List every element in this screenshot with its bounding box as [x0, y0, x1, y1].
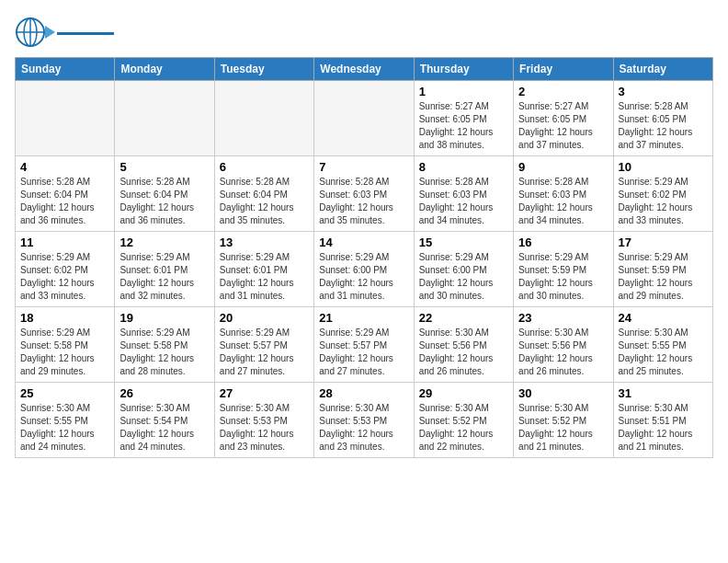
day-number: 23	[518, 311, 608, 325]
calendar-cell: 15 Sunrise: 5:29 AM Sunset: 6:00 PM Dayl…	[414, 232, 513, 307]
calendar-week-row: 4 Sunrise: 5:28 AM Sunset: 6:04 PM Dayli…	[16, 156, 713, 232]
day-info: Sunrise: 5:29 AM Sunset: 5:59 PM Dayligh…	[619, 251, 708, 303]
day-info: Sunrise: 5:29 AM Sunset: 6:00 PM Dayligh…	[419, 251, 508, 303]
day-info: Sunrise: 5:30 AM Sunset: 5:51 PM Dayligh…	[619, 402, 708, 454]
col-header-thursday: Thursday	[414, 58, 513, 81]
calendar-cell: 9 Sunrise: 5:28 AM Sunset: 6:03 PM Dayli…	[514, 156, 613, 232]
col-header-wednesday: Wednesday	[314, 58, 414, 81]
day-number: 9	[518, 160, 608, 174]
calendar-cell: 5 Sunrise: 5:28 AM Sunset: 6:04 PM Dayli…	[115, 156, 214, 232]
day-info: Sunrise: 5:30 AM Sunset: 5:55 PM Dayligh…	[619, 327, 708, 378]
calendar-cell: 6 Sunrise: 5:28 AM Sunset: 6:04 PM Dayli…	[214, 156, 313, 232]
calendar-cell: 4 Sunrise: 5:28 AM Sunset: 6:04 PM Dayli…	[16, 156, 115, 232]
calendar-cell: 19 Sunrise: 5:29 AM Sunset: 5:58 PM Dayl…	[115, 307, 214, 383]
day-info: Sunrise: 5:30 AM Sunset: 5:52 PM Dayligh…	[419, 402, 508, 454]
calendar-cell: 8 Sunrise: 5:28 AM Sunset: 6:03 PM Dayli…	[414, 156, 513, 232]
calendar-cell: 26 Sunrise: 5:30 AM Sunset: 5:54 PM Dayl…	[115, 383, 214, 458]
calendar-week-row: 11 Sunrise: 5:29 AM Sunset: 6:02 PM Dayl…	[16, 232, 713, 307]
day-number: 6	[220, 160, 309, 174]
calendar-table: SundayMondayTuesdayWednesdayThursdayFrid…	[15, 57, 713, 458]
day-info: Sunrise: 5:27 AM Sunset: 6:05 PM Dayligh…	[419, 100, 508, 152]
day-number: 17	[619, 236, 708, 249]
calendar-week-row: 18 Sunrise: 5:29 AM Sunset: 5:58 PM Dayl…	[16, 307, 713, 383]
day-number: 15	[419, 236, 508, 249]
calendar-cell: 30 Sunrise: 5:30 AM Sunset: 5:52 PM Dayl…	[514, 383, 613, 458]
svg-marker-4	[45, 26, 55, 39]
day-info: Sunrise: 5:30 AM Sunset: 5:52 PM Dayligh…	[518, 402, 608, 454]
day-number: 18	[20, 311, 109, 325]
calendar-header-row: SundayMondayTuesdayWednesdayThursdayFrid…	[16, 58, 713, 81]
day-info: Sunrise: 5:30 AM Sunset: 5:56 PM Dayligh…	[419, 327, 508, 378]
day-info: Sunrise: 5:29 AM Sunset: 6:01 PM Dayligh…	[119, 251, 209, 303]
calendar-cell: 3 Sunrise: 5:28 AM Sunset: 6:05 PM Dayli…	[613, 81, 712, 156]
day-info: Sunrise: 5:29 AM Sunset: 5:58 PM Dayligh…	[20, 327, 109, 378]
day-info: Sunrise: 5:28 AM Sunset: 6:03 PM Dayligh…	[319, 176, 408, 227]
calendar-cell: 18 Sunrise: 5:29 AM Sunset: 5:58 PM Dayl…	[16, 307, 115, 383]
calendar-cell: 12 Sunrise: 5:29 AM Sunset: 6:01 PM Dayl…	[115, 232, 214, 307]
day-number: 13	[220, 236, 309, 249]
day-number: 1	[419, 85, 508, 98]
day-number: 2	[518, 85, 608, 98]
day-number: 29	[419, 386, 508, 400]
calendar-cell	[314, 81, 414, 156]
day-info: Sunrise: 5:29 AM Sunset: 5:57 PM Dayligh…	[220, 327, 309, 378]
calendar-cell: 22 Sunrise: 5:30 AM Sunset: 5:56 PM Dayl…	[414, 307, 513, 383]
calendar-cell: 7 Sunrise: 5:28 AM Sunset: 6:03 PM Dayli…	[314, 156, 414, 232]
calendar-cell: 24 Sunrise: 5:30 AM Sunset: 5:55 PM Dayl…	[613, 307, 712, 383]
logo-icon	[15, 15, 55, 50]
day-number: 20	[220, 311, 309, 325]
calendar-cell: 13 Sunrise: 5:29 AM Sunset: 6:01 PM Dayl…	[214, 232, 313, 307]
calendar-week-row: 1 Sunrise: 5:27 AM Sunset: 6:05 PM Dayli…	[16, 81, 713, 156]
day-number: 5	[119, 160, 209, 174]
day-info: Sunrise: 5:28 AM Sunset: 6:05 PM Dayligh…	[619, 100, 708, 152]
day-info: Sunrise: 5:29 AM Sunset: 6:02 PM Dayligh…	[619, 176, 708, 227]
day-number: 4	[20, 160, 109, 174]
day-number: 21	[319, 311, 408, 325]
calendar-cell	[115, 81, 214, 156]
day-info: Sunrise: 5:30 AM Sunset: 5:53 PM Dayligh…	[220, 402, 309, 454]
day-number: 30	[518, 386, 608, 400]
day-number: 14	[319, 236, 408, 249]
day-number: 19	[119, 311, 209, 325]
calendar-cell: 27 Sunrise: 5:30 AM Sunset: 5:53 PM Dayl…	[214, 383, 313, 458]
day-number: 7	[319, 160, 408, 174]
calendar-cell	[214, 81, 313, 156]
page-header	[15, 15, 713, 50]
day-info: Sunrise: 5:27 AM Sunset: 6:05 PM Dayligh…	[518, 100, 608, 152]
day-info: Sunrise: 5:28 AM Sunset: 6:04 PM Dayligh…	[220, 176, 309, 227]
day-info: Sunrise: 5:28 AM Sunset: 6:04 PM Dayligh…	[119, 176, 209, 227]
day-info: Sunrise: 5:29 AM Sunset: 5:58 PM Dayligh…	[119, 327, 209, 378]
day-info: Sunrise: 5:29 AM Sunset: 5:59 PM Dayligh…	[518, 251, 608, 303]
day-number: 24	[619, 311, 708, 325]
calendar-cell: 20 Sunrise: 5:29 AM Sunset: 5:57 PM Dayl…	[214, 307, 313, 383]
calendar-cell	[16, 81, 115, 156]
day-number: 22	[419, 311, 508, 325]
day-number: 12	[119, 236, 209, 249]
calendar-cell: 2 Sunrise: 5:27 AM Sunset: 6:05 PM Dayli…	[514, 81, 613, 156]
calendar-cell: 16 Sunrise: 5:29 AM Sunset: 5:59 PM Dayl…	[514, 232, 613, 307]
day-number: 28	[319, 386, 408, 400]
col-header-friday: Friday	[514, 58, 613, 81]
calendar-cell: 29 Sunrise: 5:30 AM Sunset: 5:52 PM Dayl…	[414, 383, 513, 458]
day-number: 10	[619, 160, 708, 174]
day-number: 3	[619, 85, 708, 98]
day-number: 25	[20, 386, 109, 400]
day-info: Sunrise: 5:30 AM Sunset: 5:54 PM Dayligh…	[119, 402, 209, 454]
day-info: Sunrise: 5:29 AM Sunset: 5:57 PM Dayligh…	[319, 327, 408, 378]
calendar-cell: 1 Sunrise: 5:27 AM Sunset: 6:05 PM Dayli…	[414, 81, 513, 156]
day-number: 8	[419, 160, 508, 174]
logo	[15, 15, 114, 50]
day-info: Sunrise: 5:28 AM Sunset: 6:03 PM Dayligh…	[518, 176, 608, 227]
calendar-cell: 21 Sunrise: 5:29 AM Sunset: 5:57 PM Dayl…	[314, 307, 414, 383]
day-number: 11	[20, 236, 109, 249]
col-header-tuesday: Tuesday	[214, 58, 313, 81]
col-header-sunday: Sunday	[16, 58, 115, 81]
calendar-cell: 25 Sunrise: 5:30 AM Sunset: 5:55 PM Dayl…	[16, 383, 115, 458]
calendar-week-row: 25 Sunrise: 5:30 AM Sunset: 5:55 PM Dayl…	[16, 383, 713, 458]
calendar-cell: 23 Sunrise: 5:30 AM Sunset: 5:56 PM Dayl…	[514, 307, 613, 383]
calendar-cell: 28 Sunrise: 5:30 AM Sunset: 5:53 PM Dayl…	[314, 383, 414, 458]
day-info: Sunrise: 5:30 AM Sunset: 5:55 PM Dayligh…	[20, 402, 109, 454]
col-header-saturday: Saturday	[613, 58, 712, 81]
calendar-cell: 17 Sunrise: 5:29 AM Sunset: 5:59 PM Dayl…	[613, 232, 712, 307]
day-number: 16	[518, 236, 608, 249]
